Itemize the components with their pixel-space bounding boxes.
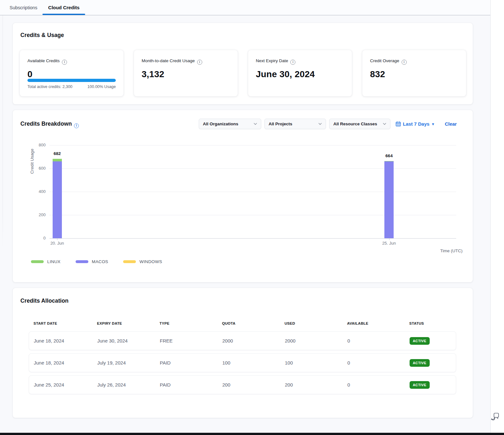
cell-expiry-date: July 19, 2024	[97, 360, 160, 365]
legend-label: LINUX	[47, 259, 61, 264]
x-tick-label: 20. Jun	[46, 241, 68, 246]
projects-dropdown-value: All Projects	[269, 122, 292, 126]
x-tick-label: 25. Jun	[378, 241, 400, 246]
cell-quota: 100	[222, 360, 285, 365]
cell-used: 2000	[285, 338, 347, 343]
credits-allocation-card: Credits Allocation START DATE EXPIRY DAT…	[13, 288, 473, 418]
available-credits-card: Available Creditsi 0 Total active credit…	[20, 50, 123, 96]
bar-segment-linux	[384, 161, 394, 161]
status-badge: ACTIVE	[410, 381, 430, 389]
resource-classes-dropdown[interactable]: All Resource Classes	[329, 119, 390, 129]
y-tick-label: 400	[30, 189, 46, 194]
scrollbar-gutter[interactable]	[490, 0, 504, 435]
credits-usage-title: Credits & Usage	[20, 32, 64, 39]
info-icon[interactable]: i	[74, 123, 79, 128]
cell-start-date: June 18, 2024	[34, 360, 97, 365]
legend-swatch	[76, 260, 88, 263]
cell-expiry-date: June 30, 2024	[97, 338, 160, 343]
table-row[interactable]: June 25, 2024 July 26, 2024 PAID 200 200…	[29, 375, 456, 394]
chevron-down-icon	[254, 123, 257, 125]
legend-label: WINDOWS	[139, 259, 162, 264]
active-tab-indicator	[42, 14, 85, 15]
legend-label: MACOS	[92, 259, 108, 264]
col-quota: QUOTA	[222, 321, 285, 325]
next-expiry-value: June 30, 2024	[256, 69, 344, 79]
credits-usage-card: Credits & Usage Available Creditsi 0 Tot…	[13, 23, 473, 104]
tab-subscriptions-label: Subscriptions	[10, 5, 37, 10]
bar-value-label: 682	[48, 151, 67, 156]
allocation-table: START DATE EXPIRY DATE TYPE QUOTA USED A…	[29, 321, 456, 397]
cell-type: PAID	[160, 360, 222, 365]
gridline	[49, 192, 456, 192]
status-badge: ACTIVE	[410, 337, 430, 345]
content-left-border	[3, 15, 3, 249]
chevron-down-icon	[383, 123, 386, 125]
y-tick-label: 800	[30, 143, 46, 147]
organizations-dropdown-value: All Organizations	[203, 122, 238, 126]
bottom-bar	[0, 433, 504, 435]
tab-subscriptions[interactable]: Subscriptions	[7, 0, 40, 15]
legend-swatch	[31, 260, 44, 263]
cell-used: 100	[285, 360, 347, 365]
cell-type: FREE	[160, 338, 222, 343]
legend-item-windows[interactable]: WINDOWS	[123, 259, 162, 264]
credits-breakdown-title: Credits Breakdowni	[20, 121, 79, 128]
table-row[interactable]: June 18, 2024 July 19, 2024 PAID 100 100…	[29, 353, 456, 372]
gridline	[49, 145, 456, 145]
clear-filters-button[interactable]: Clear	[445, 121, 457, 127]
table-row[interactable]: June 18, 2024 June 30, 2024 FREE 2000 20…	[29, 331, 456, 350]
col-expiry-date: EXPIRY DATE	[97, 321, 159, 325]
credits-progress-bar	[27, 79, 116, 82]
col-status: STATUS	[409, 321, 456, 325]
gridline	[49, 168, 456, 169]
info-icon[interactable]: i	[402, 60, 407, 65]
y-tick-label: 200	[30, 212, 46, 217]
credit-usage-chart: Credit Usage Time (UTC) LINUXMACOSWINDOW…	[13, 110, 473, 282]
bar-segment-macos	[384, 161, 394, 238]
col-start-date: START DATE	[33, 321, 97, 325]
legend-item-linux[interactable]: LINUX	[31, 259, 61, 264]
cell-start-date: June 18, 2024	[34, 338, 97, 343]
projects-dropdown[interactable]: All Projects	[264, 119, 326, 129]
tab-cloud-credits[interactable]: Cloud Credits	[45, 0, 83, 15]
cell-used: 200	[285, 382, 347, 387]
total-active-credits: Total active credits: 2,300	[27, 85, 72, 89]
cell-quota: 2000	[222, 338, 285, 343]
available-credits-label: Available Creditsi	[27, 58, 116, 65]
credits-breakdown-card: Credits Breakdowni All Organizations All…	[13, 110, 473, 282]
date-range-picker[interactable]: Last 7 Days ▾	[396, 121, 434, 127]
credits-allocation-title: Credits Allocation	[20, 298, 69, 304]
y-tick-label: 0	[30, 236, 46, 240]
available-credits-footer: Total active credits: 2,300 100.00% Usag…	[27, 85, 116, 89]
info-icon[interactable]: i	[290, 60, 295, 65]
legend-item-macos[interactable]: MACOS	[76, 259, 108, 264]
organizations-dropdown[interactable]: All Organizations	[199, 119, 261, 129]
info-icon[interactable]: i	[197, 60, 202, 65]
resource-classes-dropdown-value: All Resource Classes	[333, 122, 377, 126]
calendar-icon	[396, 121, 401, 127]
mtd-usage-value: 3,132	[142, 69, 230, 79]
info-icon[interactable]: i	[62, 60, 67, 65]
chart-y-axis-label: Credit Usage	[30, 145, 34, 177]
col-used: USED	[285, 321, 347, 325]
legend-swatch	[123, 260, 136, 263]
chevron-down-icon	[318, 123, 322, 125]
cell-available: 0	[347, 338, 410, 343]
caret-down-icon: ▾	[432, 122, 434, 126]
mtd-usage-card: Month-to-date Credit Usagei 3,132	[134, 50, 238, 96]
x-tick-mark	[389, 238, 389, 240]
support-chat-icon[interactable]	[491, 413, 500, 422]
credit-overage-label: Credit Overagei	[370, 58, 458, 65]
cell-start-date: June 25, 2024	[34, 382, 97, 387]
tab-bar: Subscriptions Cloud Credits	[0, 0, 490, 15]
chart-x-axis-label: Time (UTC)	[440, 248, 463, 253]
mtd-usage-label: Month-to-date Credit Usagei	[142, 58, 230, 65]
credit-overage-value: 832	[370, 69, 458, 79]
cell-quota: 200	[222, 382, 285, 387]
breakdown-filters: All Organizations All Projects All Resou…	[199, 119, 457, 129]
allocation-table-header: START DATE EXPIRY DATE TYPE QUOTA USED A…	[29, 321, 456, 325]
cell-expiry-date: July 26, 2024	[97, 382, 160, 387]
status-badge: ACTIVE	[410, 359, 430, 367]
cell-available: 0	[347, 360, 410, 365]
usage-percent: 100.00% Usage	[87, 85, 116, 89]
